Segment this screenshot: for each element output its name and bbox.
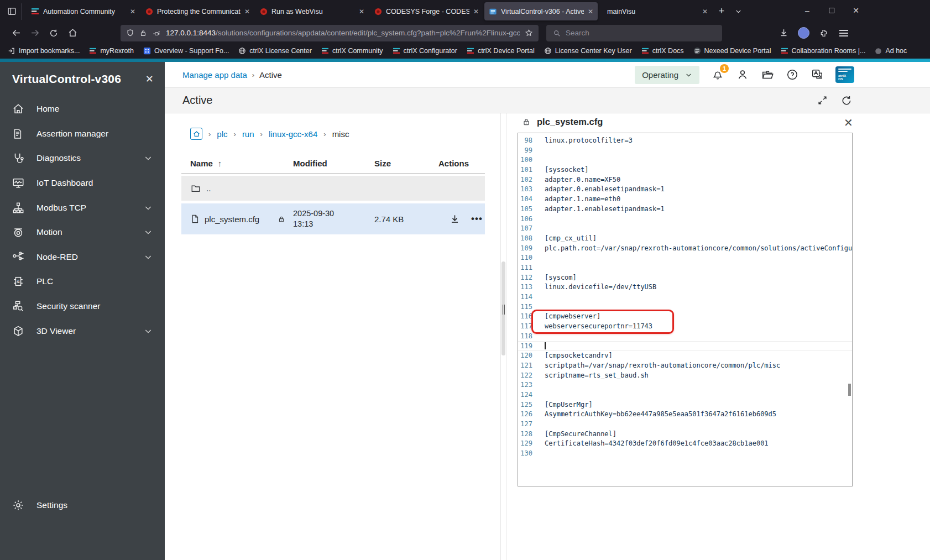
code-line[interactable]: 121scriptpath=/var/snap/rexroth-automati… (518, 361, 852, 371)
sidebar-item-home[interactable]: Home (0, 97, 165, 122)
code-line[interactable]: 116[cmpwebserver] (518, 312, 852, 322)
language-button[interactable] (811, 68, 824, 81)
tab-close-icon[interactable]: ✕ (588, 8, 593, 15)
extensions-button[interactable] (817, 25, 830, 41)
splitter-grip-icon[interactable] (503, 305, 505, 315)
sidebar-item-motion[interactable]: Motion (0, 220, 165, 245)
code-line[interactable]: 129CertificateHash=4342f03def20f6fd09e1c… (518, 439, 852, 449)
code-line[interactable]: 117webserversecureportnr=11743 (518, 322, 852, 332)
new-tab-button[interactable]: + (713, 3, 730, 20)
code-line[interactable]: 118 (518, 332, 852, 342)
download-file-icon[interactable] (450, 214, 460, 224)
user-button[interactable] (736, 68, 749, 81)
code-line[interactable]: 113linux.devicefile=/dev/ttyUSB (518, 282, 852, 292)
sidebar-item-iot-dashboard[interactable]: IoT Dashboard (0, 171, 165, 196)
chevron-down-icon[interactable] (144, 154, 153, 163)
help-button[interactable] (786, 68, 799, 81)
code-line[interactable]: 108[cmp_cx_util] (518, 234, 852, 244)
editor-scrollbar[interactable] (848, 384, 851, 396)
chevron-down-icon[interactable] (144, 253, 153, 261)
code-line[interactable]: 119 (518, 341, 852, 351)
path-crumb-plc[interactable]: plc (217, 129, 227, 139)
account-button[interactable] (797, 25, 810, 41)
menu-button[interactable] (837, 25, 850, 41)
bookmark-item[interactable]: ctrlX License Center (238, 47, 312, 55)
app-data-button[interactable] (761, 68, 774, 81)
tab-close-icon[interactable]: ✕ (130, 8, 135, 15)
code-line[interactable]: 125[CmpUserMgr] (518, 400, 852, 410)
code-line[interactable]: 111 (518, 263, 852, 273)
code-line[interactable]: 126AsymmetricAuthKey=bb62ee447a985e5eaa5… (518, 410, 852, 420)
operating-state-button[interactable]: Operating (635, 66, 699, 84)
forward-button[interactable] (25, 25, 44, 41)
chevron-down-icon[interactable] (144, 327, 153, 336)
table-row-parent-dir[interactable]: .. (181, 176, 485, 201)
bookmark-item[interactable]: Overview - Support Fo... (143, 47, 229, 55)
home-folder-icon[interactable] (190, 128, 202, 140)
code-line[interactable]: 112[syscom] (518, 273, 852, 283)
code-line[interactable]: 115 (518, 302, 852, 312)
code-line[interactable]: 101[syssocket] (518, 165, 852, 175)
code-line[interactable]: 120[cmpsocketcandrv] (518, 351, 852, 361)
code-line[interactable]: 106 (518, 214, 852, 224)
chevron-down-icon[interactable] (144, 203, 153, 212)
sidebar-item-node-red[interactable]: Node-RED (0, 245, 165, 270)
code-line[interactable]: 98linux.protocolfilter=3 (518, 136, 852, 146)
code-line[interactable]: 99 (518, 146, 852, 156)
browser-tab[interactable]: CODESYS Forge - CODESYS For✕ (370, 2, 483, 20)
search-input[interactable]: Search (546, 25, 722, 41)
reload-button[interactable] (44, 25, 63, 41)
tab-close-icon[interactable]: ✕ (702, 8, 708, 15)
more-actions-icon[interactable]: ••• (471, 213, 483, 224)
sidebar-item-security-scanner[interactable]: Security scanner (0, 294, 165, 319)
col-name[interactable]: Name (190, 159, 213, 168)
tab-close-icon[interactable]: ✕ (473, 8, 479, 15)
sidebar-item-assertion-manager[interactable]: Assertion manager (0, 122, 165, 146)
bookmark-item[interactable]: ctrlX Community (321, 47, 383, 55)
list-tabs-button[interactable] (730, 3, 746, 20)
code-line[interactable]: 107 (518, 224, 852, 234)
code-line[interactable]: 105adapter.1.enablesetipandmask=1 (518, 205, 852, 214)
col-modified[interactable]: Modified (293, 159, 374, 168)
minimize-button[interactable]: – (795, 0, 819, 21)
close-window-button[interactable]: ✕ (844, 0, 868, 21)
back-button[interactable] (7, 25, 25, 41)
home-button[interactable] (63, 25, 82, 41)
sidebar-item-plc[interactable]: &PLC (0, 269, 165, 294)
sidebar-item-modbus-tcp[interactable]: Modbus TCP (0, 195, 165, 220)
padlock-warning-icon[interactable] (139, 29, 147, 37)
bookmark-item[interactable]: License Center Key User (544, 47, 632, 55)
code-line[interactable]: 102adapter.0.name=XF50 (518, 175, 852, 185)
path-crumb-run[interactable]: run (242, 129, 254, 139)
code-line[interactable]: 100 (518, 155, 852, 165)
tab-close-icon[interactable]: ✕ (244, 8, 250, 15)
maximize-button[interactable] (819, 0, 844, 21)
code-line[interactable]: 124 (518, 390, 852, 400)
code-line[interactable]: 103adapter.0.enablesetipandmask=1 (518, 185, 852, 195)
bookmark-item[interactable]: Import bookmarks... (8, 47, 80, 55)
code-editor[interactable]: 98linux.protocolfilter=399100101[syssock… (518, 133, 853, 486)
bookmark-item[interactable]: ctrlX Configurator (393, 47, 457, 55)
code-line[interactable]: 110 (518, 253, 852, 263)
code-line[interactable]: 104adapter.1.name=eth0 (518, 195, 852, 205)
notifications-button[interactable]: 1 (711, 68, 724, 81)
bookmark-item[interactable]: ctrlX Docs (641, 47, 684, 55)
pane-splitter[interactable] (500, 113, 506, 560)
url-bar[interactable]: 127.0.0.1:8443/solutions/configurations/… (121, 25, 539, 41)
breadcrumb-link[interactable]: Manage app data (182, 70, 247, 80)
bookmark-item[interactable]: ctrlX Device Portal (467, 47, 535, 55)
downloads-button[interactable] (777, 25, 790, 41)
code-line[interactable]: 123 (518, 380, 852, 390)
firefox-view-button[interactable] (6, 3, 22, 20)
browser-tab[interactable]: mainVisu✕ (599, 2, 712, 20)
code-line[interactable]: 130 (518, 449, 852, 459)
bookmark-item[interactable]: myRexroth (89, 47, 133, 55)
bookmark-star-icon[interactable] (525, 29, 533, 37)
bookmark-item[interactable]: Ad hoc (875, 47, 907, 55)
sidebar-item-3d-viewer[interactable]: 3D Viewer (0, 318, 165, 343)
permissions-socket-icon[interactable] (152, 29, 161, 37)
expand-icon[interactable] (817, 95, 828, 106)
bookmark-item[interactable]: Nexeed Device Portal (693, 47, 771, 55)
path-crumb-linux-gcc-x64[interactable]: linux-gcc-x64 (269, 129, 317, 139)
tab-close-icon[interactable]: ✕ (359, 8, 364, 15)
